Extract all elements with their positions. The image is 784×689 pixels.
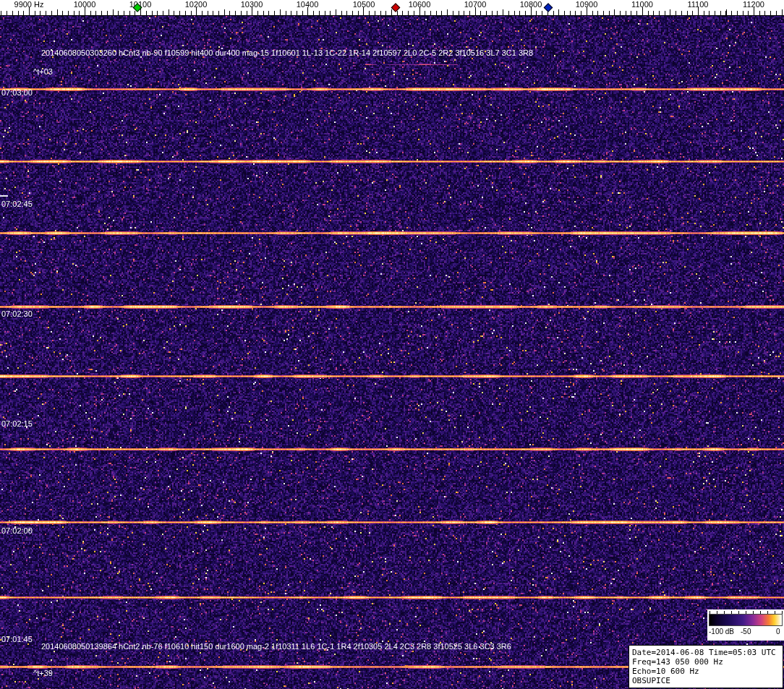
info-observer: OBSUPICE — [632, 676, 780, 685]
scale-label-mid: -50 — [741, 628, 751, 635]
ruler-tick-label: 10800 — [520, 0, 542, 9]
ruler-tick-label: 11200 — [743, 0, 764, 9]
info-frequency: Freq=143 050 000 Hz — [632, 657, 780, 667]
scale-label-max: 0 — [776, 628, 780, 635]
intensity-scale-legend: -100 dB -50 0 — [707, 609, 784, 641]
spectrogram-app: 9900 Hz100001010010200103001040010500106… — [0, 0, 784, 689]
scale-label-min: -100 dB — [709, 628, 734, 635]
info-echo: Echo=10 600 Hz — [632, 667, 780, 676]
detection-annotation: 20140608050139864 hCnt2 nb-76 f10610 hit… — [41, 642, 511, 651]
time-axis-label: 07:03:00 — [1, 88, 33, 98]
time-axis-label: 07:02:15 — [1, 419, 33, 429]
detection-annotation: 20140608050303260 hCnt3 nb-90 f10599 hit… — [41, 48, 533, 58]
time-axis-label: 07:01:45 — [1, 635, 33, 644]
spectrogram-canvas — [0, 16, 784, 689]
ruler-tick-label: 10700 — [464, 0, 487, 9]
time-axis-label: 07:02:30 — [1, 309, 33, 319]
time-axis-label: 07:02:00 — [1, 526, 33, 536]
ruler-tick-label: 11100 — [688, 0, 709, 9]
ruler-tick-label: 10400 — [297, 0, 319, 9]
ruler-tick-label: 10600 — [409, 0, 431, 9]
ruler-tick-label: 10500 — [353, 0, 375, 9]
ruler-tick-label: 10000 — [74, 0, 96, 9]
detection-annotation: ^t+39 — [33, 669, 53, 678]
time-axis-label: 07:02:45 — [1, 200, 33, 209]
ruler-tick-label: 9900 Hz — [14, 0, 44, 9]
time-tick-dash — [0, 195, 8, 197]
ruler-tick-label: 10200 — [185, 0, 208, 9]
frequency-ruler[interactable]: 9900 Hz100001010010200103001040010500106… — [0, 0, 784, 16]
scale-tick-marks — [710, 611, 783, 614]
ruler-tick-label: 10300 — [241, 0, 263, 9]
colormap-gradient-bar — [710, 615, 782, 625]
ruler-tick-label: 10900 — [576, 0, 598, 9]
spectrogram-area: -100 dB -50 0 Date=2014-06-08 Time=05:03… — [0, 16, 784, 689]
info-date-time: Date=2014-06-08 Time=05:03 UTC — [632, 648, 780, 657]
station-info-box: Date=2014-06-08 Time=05:03 UTC Freq=143 … — [629, 645, 783, 688]
ruler-tick-label: 11000 — [631, 0, 653, 9]
detection-annotation: ^t+03 — [33, 67, 53, 77]
